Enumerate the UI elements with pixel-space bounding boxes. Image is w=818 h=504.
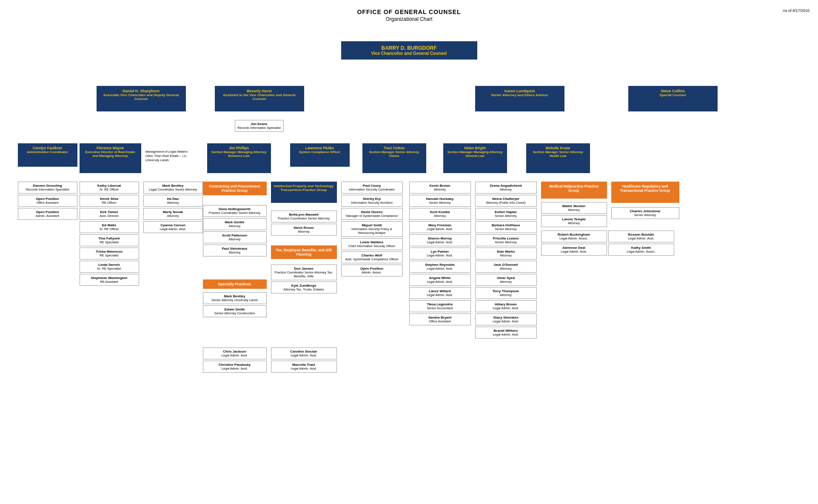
spec-m2: Edwin Smith Senior Attorney Construction [203,305,267,317]
traci-r7: Stephen Reynolds Legal Admin. Asst. [409,261,471,273]
l3-jim: Jim Phillips Section Manager Managing At… [207,143,271,173]
l3-melodie: Melodie Krane Section Manager Senior Att… [526,143,590,173]
carolyn-r1: Daneen Grossling Records Information Spe… [18,182,77,194]
law-r2: Shirley Erp Information Security Archite… [341,195,403,207]
helen-reports-col: Zeena Angadichenil Attorney Neera Chatte… [475,182,537,339]
carolyn-r3: Open Position Admin. Assistant [18,208,77,220]
carolyn-r3-name: Open Position [21,210,74,214]
carolyn-r2: Open Position Office Assistant [18,195,77,207]
date-label: As of 9/17/2010 [783,9,809,13]
ip-group-name: Intellectual Property and Technology Tra… [274,184,334,192]
jim-evans-name: Jim Evans [237,122,282,126]
mel-a1: Robert Buckingham Legal Admin. Assoc. [541,231,607,242]
traci-r11: Sandra Bryant Office Assistant [409,313,471,325]
med-mal-members: Walter Mosher Attorney Lannis Temple Att… [541,202,607,227]
traci-r8: Angela White Legal Admin. Asst. [409,274,471,286]
jim-admin-col: Chris Jackson Legal Admin. Asst. Christi… [203,347,267,373]
l2-steve-title: Special Counsel [632,93,714,97]
l3-melodie-title: Section Manager Senior Attorney Health L… [529,150,587,158]
ip-a1: Caroline Sinclair Legal Admin. Asst. [271,347,337,359]
helen-r2: Neera Chatterjee Attorney (Public Info C… [475,195,537,207]
lawrence-reports-col: Paul Casey Information Security Coordina… [341,182,403,276]
l2-beverly-title: Assistant to the Vice Chancellor and Gen… [219,93,300,101]
l3-carolyn: Carolyn Faulkner Administrative Coordina… [18,143,77,167]
page-subtitle: Organizational Chart [6,16,812,22]
spec-m1: Mark Bentley Senior Attorney University … [203,292,267,304]
traci-r9: Lance Willard Legal Admin. Asst. [409,287,471,299]
l3-traci: Traci Cotton Section Manager Senior Atto… [362,143,426,173]
l3-jim-name: Jim Phillips [210,146,268,150]
l2-beverly: Beverly Hurst Assistant to the Vice Chan… [215,86,304,111]
tax-group: Tax, Employee Benefits, and Gift Plannin… [271,245,337,259]
helen-r3: Esther Hajdar Senior Attorney [475,208,537,220]
med-m2: Lannis Temple Attorney [541,215,607,227]
contract-m1: Dana Hollingsworth Practice Coordinator … [203,205,267,217]
l3-carolyn-title: Administrative Coordinator [21,150,74,154]
jim-evans-box: Jim Evans Records Information Specialist [235,120,284,132]
florence-r2: Derek Silva RE Officer [80,195,139,207]
law-r4: Miguel Soldi Information Security Policy… [341,221,403,237]
l2-daniel-title: Associate Vice Chancellor and Deputy Gen… [100,93,182,101]
l3-traci-title: Section Manager Senior Attorney Claims [365,150,423,158]
contracting-members: Dana Hollingsworth Practice Coordinator … [203,205,267,256]
l2-daniel: Daniel H. Sharphorn Associate Vice Chanc… [97,86,186,111]
top-person-box: BARRY D. BURGDORF Vice Chancellor and Ge… [341,41,477,60]
florence-a2: Ha Dao Attorney [143,195,203,207]
contract-m4: Paul Steinkraus Attorney [203,245,267,256]
contracting-group: Contracting and Procurement Practice Gro… [203,182,267,195]
l3-helen-title: Section Manager Managing Attorney Genera… [446,150,504,158]
top-person-title: Vice Chancellor and General Counsel [346,51,473,56]
contracting-group-name: Contracting and Procurement Practice Gro… [206,184,264,193]
tax-group-name: Tax, Employee Benefits, and Gift Plannin… [274,248,334,256]
hc-reg-members: Charles Johnstone Senior Attorney [611,207,679,219]
helen-r12: Brandi Withers Legal Admin. Asst. [475,327,537,339]
traci-r10: Tikoa Legendrie Senior Accountant [409,300,471,312]
jim-a2: Christine Pavalasky Legal Admin. Asst. [203,361,267,373]
mel-a3: Adrienne Deal Legal Admin. Asst. [541,244,607,256]
mel-a4: Kathy Smith Legal Admin. Assoc. [608,244,674,256]
ip-group: Intellectual Property and Technology Tra… [271,182,337,203]
tax-m1: Don Jansen Practice Coordinator Senior A… [271,265,337,280]
l3-florence-title: Executive Director of Real Estate and Ma… [83,150,138,158]
l2-karen: Karen Lundquist Senior Attorney and Ethi… [475,86,564,111]
florence-r6: Trisha Meloncon RE Specialist [80,248,139,259]
contract-m2: Mark Gentle Attorney [203,218,267,230]
hc-m1: Charles Johnstone Senior Attorney [611,207,679,219]
tax-m2: Kyle ZumBerge Attorney Tax, Trusts, Esta… [271,282,337,293]
tax-members: Don Jansen Practice Coordinator Senior A… [271,265,337,293]
law-r6: Charles Wolf Asst. Systemwide Compliance… [341,251,403,263]
florence-a4: Cyanna Carson Legal Admin. Asst. [143,221,203,233]
florence-a3: Marty Novak Attorney [143,208,203,220]
traci-r4: Mary Freeman Legal Admin. Asst. [409,221,471,233]
florence-re-col: Kathy Libersat Sr. RE Officer Derek Silv… [80,182,139,286]
florence-r3: Kirk Tames Asst. Director [80,208,139,220]
l3-traci-name: Traci Cotton [365,146,423,150]
l2-steve-name: Steve Collins [632,89,714,93]
florence-r8: Stephanie Washington RE Assistant [80,274,139,286]
jim-evans-title: Records Information Specialist [237,126,282,130]
traci-reports-col: Kevin Brown Attorney Hannah Huckaby Seni… [409,182,471,325]
l3-florence: Florence Mayne Executive Director of Rea… [80,143,141,173]
page-title: OFFICE OF GENERAL COUNSEL [6,9,812,15]
med-mal-name: Medical Malpractice Practice Group [544,184,604,193]
law-r3: David Givens Manager of Systemwide Compl… [341,208,403,220]
top-person-name: BARRY D. BURGDORF [346,45,473,51]
l3-helen: Helen Bright Section Manager Managing At… [443,143,507,173]
law-r7: Open Position Admin. Assoc. [341,265,403,276]
traci-r1: Kevin Brown Attorney [409,182,471,194]
mgmt-note: Management of Legal Matters Other Than R… [145,150,194,162]
helen-r4: Barbara Holthaus Senior Attorney [475,221,537,233]
hc-reg-group: Healthcare Regulatory and Transactional … [611,182,679,203]
carolyn-r1-name: Daneen Grossling [21,184,74,188]
l3-lawrence: Lawrence Plutko System Compliance Office… [290,143,350,167]
helen-r11: Stacy Steenken Legal Admin. Asst. [475,313,537,325]
ip-m1: BethLynn Maxwell Practice Coordinator Se… [271,211,337,222]
helen-r10: Hillary Brown Legal Admin. Asst. [475,300,537,312]
page: As of 9/17/2010 OFFICE OF GENERAL COUNSE… [0,0,818,37]
hc-reg-name: Healthcare Regulatory and Transactional … [614,184,676,193]
florence-attorneys-col: Mark Bentley Legal Coordinator Senior At… [143,182,203,233]
law-r5: Lewis Watkins Chief Information Security… [341,238,403,250]
l2-daniel-name: Daniel H. Sharphorn [100,89,182,93]
specialty-group-name: Specialty Practices [206,282,264,286]
ip-a2: Marcella Trant Legal Admin. Asst. [271,361,337,373]
